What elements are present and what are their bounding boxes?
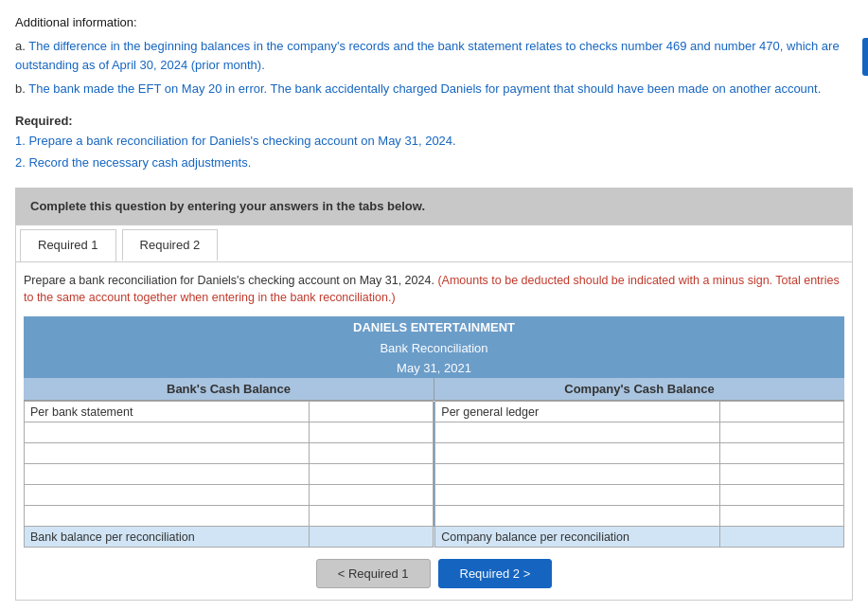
tab-content: Prepare a bank reconciliation for Daniel… <box>16 262 852 548</box>
bank-label-6: Bank balance per reconciliation <box>25 527 310 548</box>
complete-box-text: Complete this question by entering your … <box>30 199 425 213</box>
scroll-indicator <box>862 38 868 76</box>
prev-button[interactable]: < Required 1 <box>316 559 431 588</box>
recon-title: DANIELS ENTERTAINMENT <box>24 316 844 338</box>
nav-buttons: < Required 1 Required 2 > <box>16 548 852 600</box>
info-item-a-text: The difference in the beginning balances… <box>15 39 840 72</box>
required-item-1-text: 1. Prepare a bank reconciliation for Dan… <box>15 134 456 148</box>
company-input-cell-3[interactable] <box>720 464 844 485</box>
company-input-cell-6[interactable] <box>720 527 844 548</box>
company-input-1[interactable] <box>720 422 843 442</box>
info-list: a. The difference in the beginning balan… <box>15 37 853 99</box>
bank-input-6[interactable] <box>310 527 433 547</box>
company-label-2 <box>435 443 720 464</box>
company-input-0[interactable] <box>720 402 843 422</box>
bank-input-3[interactable] <box>310 464 433 484</box>
tab-required-1[interactable]: Required 1 <box>20 229 116 261</box>
info-item-b: b. The bank made the EFT on May 20 in er… <box>15 80 853 99</box>
bank-input-0[interactable] <box>310 402 433 422</box>
company-col-header: Company's Cash Balance <box>434 378 844 400</box>
info-item-b-text: The bank made the EFT on May 20 in error… <box>28 81 821 96</box>
required-items-list: 1. Prepare a bank reconciliation for Dan… <box>15 132 853 172</box>
bank-input-cell-4[interactable] <box>309 485 433 506</box>
required-section: Required: 1. Prepare a bank reconciliati… <box>15 114 853 172</box>
bank-label-4 <box>25 485 310 506</box>
info-item-a: a. The difference in the beginning balan… <box>15 37 853 74</box>
bank-input-2[interactable] <box>310 443 433 463</box>
tab-required-2[interactable]: Required 2 <box>122 229 219 261</box>
recon-date: May 31, 2021 <box>24 358 844 378</box>
company-input-cell-0[interactable] <box>720 402 844 422</box>
recon-table: Per bank statementPer general ledgerBank… <box>24 401 844 548</box>
bank-label-1 <box>25 422 310 443</box>
company-label-3 <box>435 464 720 485</box>
bank-input-1[interactable] <box>310 422 433 442</box>
bank-label-2 <box>25 443 310 464</box>
tabs-container: Required 1 Required 2 Prepare a bank rec… <box>15 225 853 602</box>
company-input-5[interactable] <box>720 506 843 526</box>
bank-label-3 <box>25 464 310 485</box>
company-input-cell-5[interactable] <box>720 506 844 527</box>
bank-input-cell-1[interactable] <box>309 422 433 443</box>
company-label-6: Company balance per reconciliation <box>435 527 720 548</box>
required-item-1: 1. Prepare a bank reconciliation for Dan… <box>15 132 853 151</box>
company-input-cell-1[interactable] <box>720 422 844 443</box>
company-label-0: Per general ledger <box>435 402 720 422</box>
bank-input-cell-3[interactable] <box>309 464 433 485</box>
bank-input-cell-0[interactable] <box>309 402 433 422</box>
company-input-cell-2[interactable] <box>720 443 844 464</box>
company-label-1 <box>435 422 720 443</box>
bank-label-0: Per bank statement <box>25 402 310 422</box>
instruction-main: Prepare a bank reconciliation for Daniel… <box>24 274 434 287</box>
bank-input-4[interactable] <box>310 485 433 505</box>
bank-col-header: Bank's Cash Balance <box>24 378 434 400</box>
required-title: Required: <box>15 114 853 128</box>
company-input-6[interactable] <box>720 527 843 547</box>
tabs-row: Required 1 Required 2 <box>16 225 852 262</box>
complete-box: Complete this question by entering your … <box>15 188 853 225</box>
required-item-2-text: 2. Record the necessary cash adjustments… <box>15 155 251 170</box>
company-input-3[interactable] <box>720 464 843 484</box>
company-input-4[interactable] <box>720 485 843 505</box>
next-button[interactable]: Required 2 > <box>438 559 553 588</box>
instruction-text: Prepare a bank reconciliation for Daniel… <box>24 272 844 308</box>
bank-label-5 <box>25 506 310 527</box>
company-input-2[interactable] <box>720 443 843 463</box>
additional-info-section: Additional information: a. The differenc… <box>15 15 853 99</box>
required-item-2: 2. Record the necessary cash adjustments… <box>15 153 853 172</box>
bank-input-cell-5[interactable] <box>309 506 433 527</box>
company-input-cell-4[interactable] <box>720 485 844 506</box>
recon-subtitle: Bank Reconciliation <box>24 338 844 358</box>
bank-input-cell-2[interactable] <box>309 443 433 464</box>
company-label-4 <box>435 485 720 506</box>
bank-input-5[interactable] <box>310 506 433 526</box>
recon-cols-header: Bank's Cash Balance Company's Cash Balan… <box>24 378 844 401</box>
recon-table-wrapper: DANIELS ENTERTAINMENT Bank Reconciliatio… <box>24 316 844 548</box>
additional-info-title: Additional information: <box>15 15 853 29</box>
bank-input-cell-6[interactable] <box>309 527 433 548</box>
company-label-5 <box>435 506 720 527</box>
